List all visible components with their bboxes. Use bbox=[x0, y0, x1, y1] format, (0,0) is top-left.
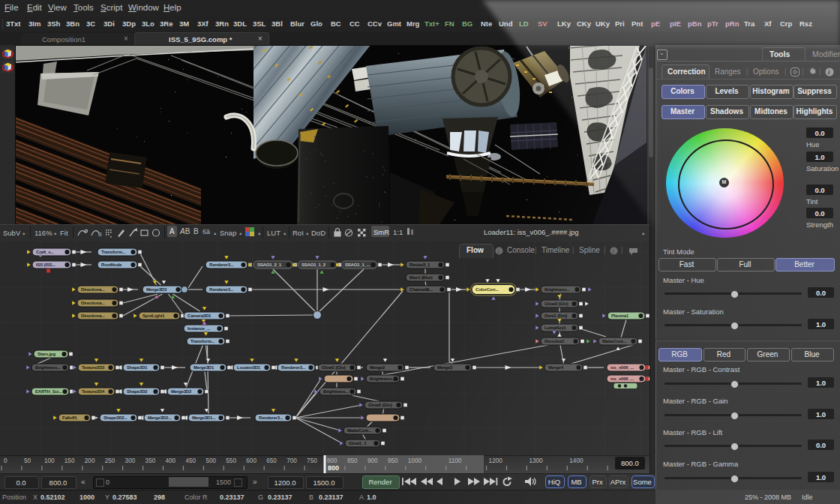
svg-text:Falloff1: Falloff1 bbox=[62, 416, 78, 420]
svg-text:B: B bbox=[98, 232, 102, 237]
svg-text:1300: 1300 bbox=[529, 458, 543, 464]
svg-text:1400: 1400 bbox=[569, 458, 584, 464]
svg-text:650: 650 bbox=[266, 458, 277, 464]
svg-text:Merge3: Merge3 bbox=[437, 365, 453, 370]
svg-text:Merge2: Merge2 bbox=[370, 365, 386, 370]
svg-text:Brightness...: Brightness... bbox=[35, 365, 61, 370]
svg-text:iss_v006_...: iss_v006_... bbox=[610, 376, 634, 381]
svg-text:Merge3D1: Merge3D1 bbox=[194, 365, 214, 370]
svg-text:700: 700 bbox=[286, 458, 297, 464]
svg-text:Merge3D2...: Merge3D2... bbox=[148, 416, 172, 420]
svg-text:SSAO1_1_2: SSAO1_1_2 bbox=[302, 262, 326, 267]
svg-text:Shape3D2...: Shape3D2... bbox=[104, 416, 128, 420]
svg-text:LumaKey1: LumaKey1 bbox=[544, 326, 567, 330]
svg-text:ISS (ISS...: ISS (ISS... bbox=[36, 262, 56, 267]
svg-text:Blur1 (Blur): Blur1 (Blur) bbox=[410, 275, 433, 280]
svg-text:800: 800 bbox=[327, 458, 338, 464]
svg-text:ChannelB...: ChannelB... bbox=[410, 287, 433, 292]
svg-text:Dent1 (Dnt): Dent1 (Dnt) bbox=[544, 314, 567, 318]
svg-text:i: i bbox=[613, 248, 614, 255]
svg-text:Craft_s...: Craft_s... bbox=[36, 250, 54, 254]
svg-text:750: 750 bbox=[307, 458, 317, 464]
svg-text:150: 150 bbox=[64, 458, 75, 464]
svg-text:1200: 1200 bbox=[489, 458, 503, 464]
svg-text:Plasma1: Plasma1 bbox=[611, 314, 629, 318]
svg-text:Texture2D3: Texture2D3 bbox=[82, 365, 105, 370]
svg-text:iss_v006_...: iss_v006_... bbox=[610, 365, 634, 370]
svg-text:SSAO1_2_1: SSAO1_2_1 bbox=[257, 262, 282, 267]
svg-text:300: 300 bbox=[125, 458, 136, 464]
svg-text:RootNode: RootNode bbox=[101, 262, 122, 267]
svg-text:450: 450 bbox=[186, 458, 196, 464]
svg-text:Renderer3...: Renderer3... bbox=[281, 365, 306, 370]
svg-text:Shape3D2: Shape3D2 bbox=[127, 389, 148, 394]
svg-text:SpotLight1: SpotLight1 bbox=[142, 314, 165, 318]
svg-text:i: i bbox=[498, 248, 500, 255]
svg-text:400: 400 bbox=[166, 458, 176, 464]
svg-text:Brightness...: Brightness... bbox=[323, 389, 349, 394]
svg-text:Dissolve1: Dissolve1 bbox=[544, 339, 565, 344]
svg-text:Transform...: Transform... bbox=[190, 339, 214, 344]
svg-text:Resize3_1: Resize3_1 bbox=[410, 262, 430, 267]
svg-text:Transform...: Transform... bbox=[101, 250, 125, 254]
svg-text:EARTH_Sci...: EARTH_Sci... bbox=[35, 389, 62, 394]
svg-text:550: 550 bbox=[226, 458, 236, 464]
svg-text:Merge4: Merge4 bbox=[548, 365, 564, 370]
svg-text:350: 350 bbox=[146, 458, 156, 464]
svg-text:800: 800 bbox=[328, 464, 339, 472]
svg-text:Directiona...: Directiona... bbox=[81, 301, 105, 305]
svg-text:Directiona...: Directiona... bbox=[81, 314, 105, 318]
svg-text:500: 500 bbox=[206, 458, 216, 464]
svg-text:900: 900 bbox=[368, 458, 378, 464]
svg-text:Glow2 (Glo): Glow2 (Glo) bbox=[368, 403, 392, 407]
svg-text:Texture2D4: Texture2D4 bbox=[82, 389, 105, 394]
svg-text:600: 600 bbox=[246, 458, 256, 464]
svg-text:SSAO1_1_...: SSAO1_1_... bbox=[345, 262, 370, 267]
svg-text:Shape3D1: Shape3D1 bbox=[127, 365, 148, 370]
svg-text:850: 850 bbox=[347, 458, 358, 464]
svg-text:Stars.jpg: Stars.jpg bbox=[38, 352, 56, 356]
svg-text:Merge3D2: Merge3D2 bbox=[171, 389, 192, 394]
svg-text:200: 200 bbox=[85, 458, 95, 464]
svg-text:Merge3D3: Merge3D3 bbox=[146, 287, 167, 292]
svg-text:Renderer3...: Renderer3... bbox=[259, 416, 284, 420]
svg-text:50: 50 bbox=[24, 458, 32, 464]
svg-text:Glow1 (Glo): Glow1 (Glo) bbox=[322, 365, 346, 370]
svg-text:ColorCorr...: ColorCorr... bbox=[476, 287, 499, 292]
svg-text:Brightness...: Brightness... bbox=[370, 376, 395, 381]
svg-text:Brightness...: Brightness... bbox=[544, 287, 570, 292]
svg-text:1000: 1000 bbox=[408, 458, 422, 464]
svg-text:Glow3 (Glo): Glow3 (Glo) bbox=[544, 302, 568, 306]
svg-text:Instance_...: Instance_... bbox=[188, 326, 211, 331]
svg-text:Renderer3...: Renderer3... bbox=[209, 287, 234, 292]
svg-text:Camera3D1: Camera3D1 bbox=[188, 314, 212, 318]
svg-text:1100: 1100 bbox=[448, 458, 462, 464]
svg-text:950: 950 bbox=[388, 458, 398, 464]
svg-text:Directiona...: Directiona... bbox=[81, 287, 105, 292]
svg-text:0: 0 bbox=[4, 458, 8, 464]
svg-text:Merge3D1...: Merge3D1... bbox=[192, 416, 216, 420]
svg-text:250: 250 bbox=[105, 458, 116, 464]
svg-text:Renderer3...: Renderer3... bbox=[209, 262, 234, 267]
svg-text:MatteCont...: MatteCont... bbox=[602, 339, 626, 344]
svg-text:Locator3D1: Locator3D1 bbox=[237, 365, 261, 370]
svg-text:MatteCont...: MatteCont... bbox=[347, 428, 371, 433]
svg-text:100: 100 bbox=[44, 458, 55, 464]
svg-text:Glow1_1: Glow1_1 bbox=[349, 441, 367, 446]
